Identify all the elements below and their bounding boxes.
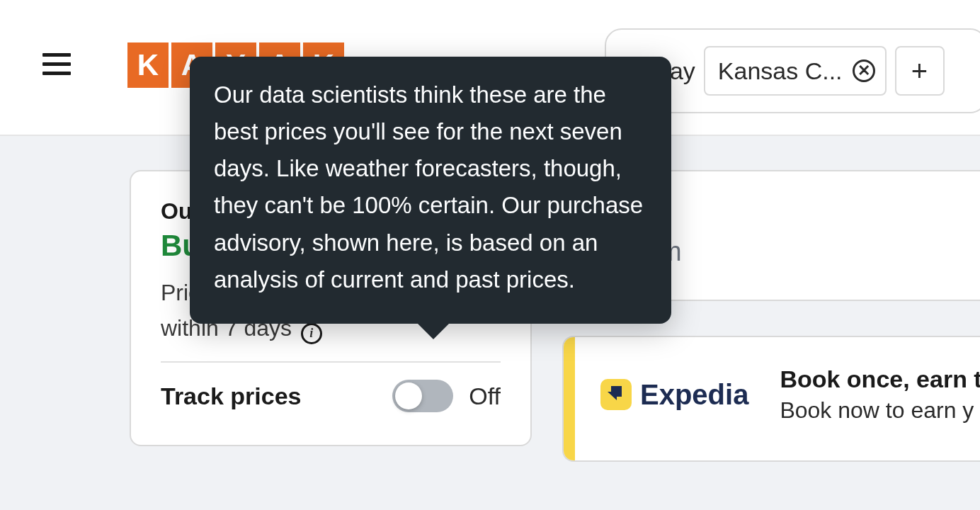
info-icon[interactable]: i [301,323,322,344]
promo-card[interactable]: Expedia Book once, earn tw Book now to e… [562,336,980,462]
hamburger-menu-icon[interactable] [42,53,74,79]
track-prices-toggle[interactable] [392,380,453,412]
toggle-state-label: Off [469,382,501,410]
track-prices-label: Track prices [161,382,301,410]
origin-chip-label: Kansas C... [718,57,843,85]
promo-stripe [564,337,575,460]
expedia-wordmark: Expedia [640,379,748,411]
close-icon[interactable]: ✕ [853,60,875,82]
promo-heading: Book once, earn tw [780,366,980,393]
logo-letter: K [127,42,169,88]
toggle-knob [395,382,422,409]
price-advisory-tooltip: Our data scientists think these are the … [190,57,671,324]
add-destination-button[interactable]: + [895,46,945,96]
tooltip-text: Our data scientists think these are the … [214,81,643,293]
track-prices-row: Track prices Off [161,380,501,412]
expedia-logo: Expedia [600,379,748,411]
divider [161,361,501,363]
expedia-icon [600,379,632,410]
origin-chip[interactable]: Kansas C... ✕ [704,46,887,96]
promo-body: Book now to earn y [780,397,980,424]
